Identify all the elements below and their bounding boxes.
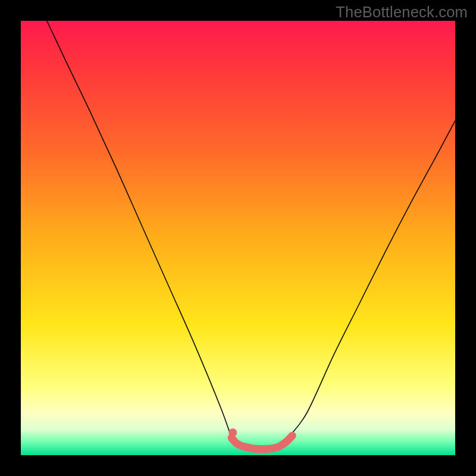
chart-frame: TheBottleneck.com: [0, 0, 476, 476]
sweet-spot-band: [231, 436, 292, 449]
sweet-spot-dot: [228, 428, 237, 437]
left-curve: [47, 21, 231, 438]
watermark-text: TheBottleneck.com: [336, 4, 468, 21]
plot-area: [21, 21, 455, 455]
curve-layer: [21, 21, 455, 455]
right-curve: [290, 121, 455, 436]
